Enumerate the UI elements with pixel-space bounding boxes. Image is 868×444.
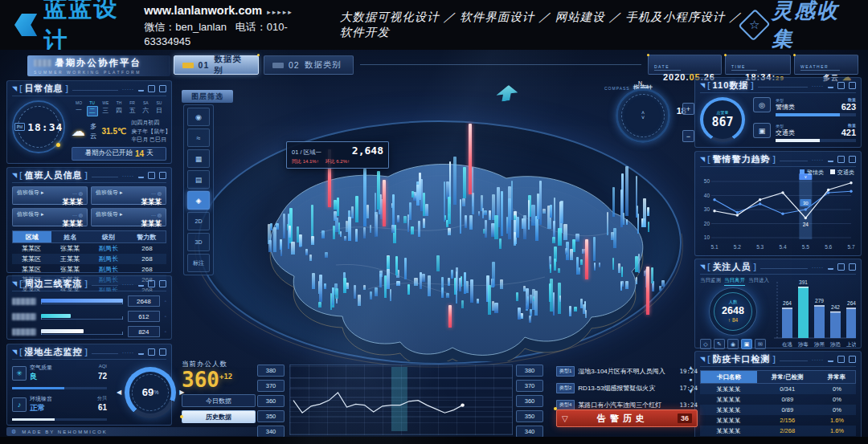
alert-history-banner[interactable]: ▽ 告警历史 36 xyxy=(556,409,698,427)
panel-title: 关注人员 xyxy=(713,261,751,273)
dashboard: 暑期办公协作平台 SUMMER WORKING PLATFORM 01 数据类别… xyxy=(0,50,868,444)
svg-text:30: 30 xyxy=(803,201,809,206)
fullscreen-icon[interactable] xyxy=(159,348,166,356)
minimize-icon[interactable] xyxy=(828,160,833,162)
grid-icon[interactable]: ▦ xyxy=(187,149,210,168)
y-axis-button[interactable]: 360 xyxy=(516,395,543,407)
checkpoint-row[interactable]: 某某某某0/3410% xyxy=(700,384,856,394)
y-axis-button[interactable]: 340 xyxy=(516,426,543,438)
checkpoint-row[interactable]: 某某某某0/890% xyxy=(700,405,856,415)
layers-icon[interactable]: ▤ xyxy=(187,170,210,189)
duty-leader-card[interactable]: 值班领导▸··· ◎某某某 xyxy=(91,208,166,226)
tab-number: 01 xyxy=(199,60,210,70)
fullscreen-icon[interactable] xyxy=(159,280,166,287)
window-icon[interactable] xyxy=(837,263,845,271)
duty-leader-card[interactable]: 值班领导▸··· ◎某某某 xyxy=(12,186,88,205)
legend-item[interactable]: 交通类 xyxy=(830,169,854,177)
alert-item[interactable]: 类型2RD13-53烟感报警疑似火灾17:24 xyxy=(556,381,698,394)
marker-button[interactable]: 标注 xyxy=(187,254,210,272)
focus-tab[interactable]: 当日离开 xyxy=(724,277,745,286)
zoom-in-button[interactable]: + xyxy=(682,103,694,115)
column-header[interactable]: 级别 xyxy=(89,233,128,242)
gauge-left-arrow[interactable]: ◀ xyxy=(117,389,121,396)
minimize-icon[interactable] xyxy=(828,86,833,88)
y-axis-button[interactable]: 360 xyxy=(257,395,285,407)
column-header[interactable]: 警力数 xyxy=(128,233,166,242)
duty-leader-card[interactable]: 值班领导▸··· ◎某某某 xyxy=(91,186,166,205)
column-header[interactable]: 姓名 xyxy=(51,233,90,242)
edit-icon[interactable]: ✎ xyxy=(714,339,725,349)
window-icon[interactable] xyxy=(837,156,845,163)
scroll-down-icon[interactable]: ▼ xyxy=(688,389,694,394)
svg-text:264: 264 xyxy=(847,300,856,306)
signal-icon[interactable]: ≈ xyxy=(187,128,210,147)
window-icon[interactable] xyxy=(148,172,155,179)
y-axis-button[interactable]: 350 xyxy=(516,410,543,422)
3d-button[interactable]: 3D xyxy=(187,233,210,251)
y-axis-buttons-left: 380370360350340 xyxy=(257,365,285,438)
minimize-icon[interactable] xyxy=(138,352,144,355)
svg-text:242: 242 xyxy=(831,304,840,310)
alert-item[interactable]: 类型1湿地3-104片区有不明人员闯入19:24 xyxy=(556,365,698,377)
cluster-icon[interactable]: ◈ xyxy=(187,191,210,210)
camera-icon[interactable]: ◉ xyxy=(727,339,739,349)
inspiration-collect-button[interactable]: ☆ 灵感收集 xyxy=(743,0,850,53)
table-row[interactable]: 某某区王某某副局长268 xyxy=(12,254,166,264)
lanlan-logo-icon xyxy=(14,14,37,36)
fullscreen-icon[interactable] xyxy=(849,82,856,89)
tab-data-category-1[interactable]: 01 数据类别 xyxy=(174,55,259,75)
fullscreen-icon[interactable] xyxy=(849,263,856,271)
column-header[interactable]: 区域 xyxy=(13,231,51,242)
checkpoint-row[interactable]: 某某某某2/2681.6% xyxy=(700,426,856,436)
minimize-icon[interactable] xyxy=(138,89,144,92)
clock-time: 18:34 xyxy=(27,121,63,133)
focus-tab[interactable]: 当日进入 xyxy=(748,277,769,286)
column-header[interactable]: 异常率 xyxy=(817,373,855,381)
minimize-icon[interactable] xyxy=(828,360,833,362)
today-data-button[interactable]: 今日数据 xyxy=(182,394,256,407)
checkpoint-row[interactable]: 某某某某0/890% xyxy=(700,394,856,405)
duty-role: 值班领导 xyxy=(96,189,118,197)
minimize-icon[interactable] xyxy=(138,284,144,287)
fullscreen-icon[interactable] xyxy=(849,156,856,163)
mail-icon[interactable]: ✉ xyxy=(755,339,766,349)
y-axis-button[interactable]: 340 xyxy=(257,426,285,438)
y-axis-button[interactable]: 370 xyxy=(516,380,543,392)
fullscreen-icon[interactable] xyxy=(159,172,166,179)
3d-map[interactable] xyxy=(207,112,665,361)
name-cell: 张某某 xyxy=(51,265,89,274)
focus-tab[interactable]: 当日监测 xyxy=(700,277,721,286)
column-header[interactable]: 异常/已检测 xyxy=(757,373,818,381)
window-icon[interactable] xyxy=(148,280,155,287)
zoom-out-button[interactable]: − xyxy=(682,130,694,142)
lock-icon[interactable]: ▣ xyxy=(741,339,752,349)
minimize-icon[interactable] xyxy=(138,176,144,178)
y-axis-button[interactable]: 370 xyxy=(257,380,285,392)
alarm-icon: ◎ xyxy=(753,97,771,112)
window-icon[interactable] xyxy=(148,348,155,356)
region-cell: 某某区 xyxy=(12,255,51,263)
y-axis-button[interactable]: 380 xyxy=(516,365,543,377)
table-row[interactable]: 某某区张某某副局长268 xyxy=(12,243,166,254)
minimize-icon[interactable] xyxy=(828,267,833,270)
table-row[interactable]: 某某区张某某副局长268 xyxy=(12,264,166,275)
person-icon[interactable]: ◇ xyxy=(700,339,711,349)
scroll-up-icon[interactable]: ▲ xyxy=(688,365,694,370)
fullscreen-icon[interactable] xyxy=(849,356,856,363)
tab-data-category-2[interactable]: 02 数据类别 xyxy=(264,55,354,75)
column-header[interactable]: 卡口名称 xyxy=(701,371,757,383)
window-icon[interactable] xyxy=(148,85,155,92)
y-axis-button[interactable]: 350 xyxy=(257,410,285,422)
duty-leader-card[interactable]: 值班领导▸··· ◎某某某 xyxy=(12,208,88,226)
2d-button[interactable]: 2D xyxy=(187,212,210,230)
fullscreen-icon[interactable] xyxy=(159,85,166,92)
y-axis-button[interactable]: 380 xyxy=(257,365,285,377)
location-icon[interactable]: ◉ xyxy=(187,108,210,126)
scroll-dot-icon[interactable]: ● xyxy=(689,377,692,382)
window-icon[interactable] xyxy=(837,82,845,89)
checkpoint-row[interactable]: 某某某某2/1561.6% xyxy=(700,415,856,426)
legend-item[interactable]: 警情类 xyxy=(800,169,824,177)
head-dots: ····· xyxy=(122,87,134,92)
history-data-button[interactable]: 历史数据 xyxy=(182,410,256,423)
window-icon[interactable] xyxy=(837,356,845,363)
